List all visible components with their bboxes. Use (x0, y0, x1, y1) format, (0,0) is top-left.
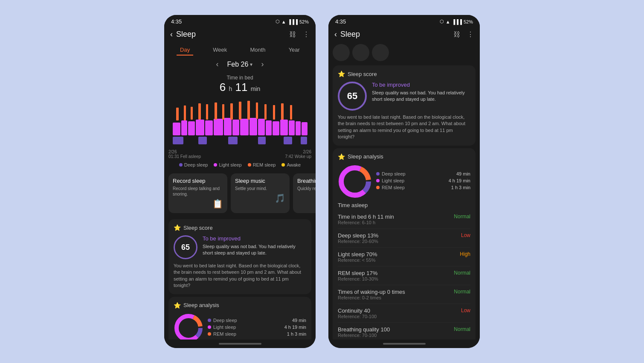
metric-status-0: Normal (454, 214, 470, 220)
svg-rect-0 (173, 123, 180, 135)
metric-ref-6: Reference: 70-100 (338, 333, 454, 338)
analysis-deep-label: Deep sleep (213, 318, 237, 323)
svg-rect-21 (206, 104, 208, 120)
legend-light-label: Light sleep (219, 162, 241, 167)
back-button-1[interactable]: ‹ (170, 30, 173, 39)
app-header-right-1: ⛓ ⋮ (289, 30, 310, 38)
card-sleep-music[interactable]: Sleep music Settle your mind. 🎵 (231, 173, 290, 213)
score-icon-2: ⭐ (338, 70, 345, 77)
svg-rect-20 (198, 103, 201, 120)
legend-rem-label: REM sleep (253, 162, 276, 167)
analysis-icon-2: ⭐ (338, 153, 345, 160)
card-breathing[interactable]: Breathing exercise Quickly regulate emot… (293, 173, 316, 213)
donut-chart-1 (174, 313, 203, 340)
app-header-right-2: ⛓ ⋮ (453, 30, 474, 38)
phone-1-content: ‹ Feb 26 ▾ › Time in bed 6 h 11 min (164, 56, 316, 340)
tab-month[interactable]: Month (247, 45, 269, 56)
metric-ref-0: Reference: 6-10 h (338, 220, 454, 225)
status-icons-2: ⬡ ▲ ▐▐▐ 52% (440, 19, 473, 24)
deep-sleep-dot (179, 163, 183, 167)
card-breathing-title: Breathing exercise (297, 178, 316, 184)
scroll-tab-1[interactable] (333, 44, 350, 61)
status-bar-2: 4:35 ⬡ ▲ ▐▐▐ 52% (328, 15, 480, 26)
metric-title-2: Light sleep 70% (338, 251, 460, 258)
metric-row-1: Deep sleep 13% Reference: 20-60% Low (338, 229, 470, 248)
svg-rect-22 (215, 102, 217, 120)
svg-rect-37 (301, 137, 307, 144)
svg-rect-32 (173, 137, 183, 144)
wifi-icon-2: ▲ (446, 19, 450, 24)
home-bar-1 (219, 343, 261, 345)
card-record-desc: Record sleep talking and snoring. (173, 186, 223, 197)
metric-row-0: Time in bed 6 h 11 min Reference: 6-10 h… (338, 210, 470, 229)
share-icon-1[interactable]: ⛓ (289, 31, 296, 38)
phone-2: 4:35 ⬡ ▲ ▐▐▐ 52% ‹ Sleep ⛓ ⋮ (328, 15, 480, 348)
metric-ref-2: Reference: < 55% (338, 258, 460, 263)
svg-rect-2 (188, 121, 195, 135)
analysis-header-2: ⭐ Sleep analysis (338, 153, 470, 160)
signal-icon-2: ▐▐▐ (452, 19, 462, 24)
analysis-light-item: Light sleep 4 h 19 min (208, 325, 306, 330)
svg-rect-14 (289, 120, 295, 135)
svg-rect-25 (239, 102, 241, 120)
tab-day[interactable]: Day (177, 45, 193, 56)
scroll-tab-2[interactable] (352, 44, 369, 61)
svg-rect-28 (264, 104, 267, 120)
tab-week[interactable]: Week (209, 45, 230, 56)
score-circle-1: 65 (174, 235, 197, 259)
svg-rect-8 (240, 119, 249, 135)
analysis-deep-value-2: 49 min (456, 171, 470, 176)
sleep-score-section-1: ⭐ Sleep score 65 To be improved Sleep qu… (168, 219, 311, 294)
score-title-1: Sleep score (183, 225, 213, 231)
card-breathing-icon: 💨 (297, 193, 316, 203)
score-title-2: Sleep score (348, 71, 377, 77)
app-header-2: ‹ Sleep ⛓ ⋮ (328, 26, 480, 42)
legend-light-sleep: Light sleep (214, 162, 241, 167)
more-icon-2[interactable]: ⋮ (467, 30, 474, 38)
metric-status-4: Normal (454, 289, 470, 295)
svg-rect-9 (249, 118, 257, 135)
analysis-header-1: ⭐ Sleep analysis (174, 302, 306, 309)
time-in-bed-section: Time in bed 6 h 11 min (164, 73, 316, 97)
more-icon-1[interactable]: ⋮ (303, 30, 310, 38)
metric-row-6: Breathing quality 100 Reference: 70-100 … (338, 323, 470, 340)
status-time-1: 4:35 (171, 18, 182, 25)
analysis-light-dot (208, 325, 211, 329)
score-content-1: To be improved Sleep quality was not bad… (203, 235, 306, 257)
tib-minutes: 11 (235, 81, 248, 94)
score-number-2: 65 (347, 91, 357, 102)
legend-awake: Awake (281, 162, 301, 167)
donut-chart-2 (338, 164, 372, 199)
svg-rect-23 (222, 104, 224, 120)
analysis-rem-item: REM sleep 1 h 3 min (208, 331, 306, 337)
date-next[interactable]: › (261, 60, 264, 69)
date-value[interactable]: Feb 26 ▾ (227, 61, 253, 68)
scroll-tab-3[interactable] (372, 44, 389, 61)
metric-ref-1: Reference: 20-60% (338, 239, 461, 244)
date-prev[interactable]: ‹ (216, 60, 219, 69)
share-icon-2[interactable]: ⛓ (453, 31, 460, 38)
date-nav: ‹ Feb 26 ▾ › (164, 56, 316, 73)
tib-label: Time in bed (164, 75, 316, 81)
svg-rect-13 (280, 120, 288, 135)
awake-dot (281, 163, 285, 167)
svg-rect-12 (273, 121, 279, 135)
status-bar-1: 4:35 ⬡ ▲ ▐▐▐ 52% (164, 15, 316, 26)
analysis-light-dot-2 (376, 179, 380, 182)
analysis-content-1: Deep sleep 49 min Light sleep 4 h 19 min (174, 313, 306, 340)
svg-rect-33 (198, 137, 207, 144)
metric-ref-3: Reference: 10-30% (338, 276, 454, 281)
card-record-sleep[interactable]: Record sleep Record sleep talking and sn… (168, 173, 227, 213)
svg-rect-34 (228, 137, 238, 144)
analysis-rem-item-2: REM sleep 1 h 3 min (376, 185, 470, 190)
phone-1: 4:35 ⬡ ▲ ▐▐▐ 52% ‹ Sleep ⛓ ⋮ Day Week Mo… (164, 15, 316, 348)
score-row-1: 65 To be improved Sleep quality was not … (174, 235, 306, 259)
svg-rect-3 (196, 120, 204, 135)
legend-awake-label: Awake (287, 162, 301, 167)
tab-year[interactable]: Year (285, 45, 303, 56)
metric-status-2: High (460, 251, 470, 257)
app-header-left-2: ‹ Sleep (334, 30, 360, 39)
app-title-1: Sleep (176, 30, 196, 39)
back-button-2[interactable]: ‹ (334, 30, 337, 39)
metric-row-4: Times of waking-up 0 times Reference: 0-… (338, 285, 470, 304)
